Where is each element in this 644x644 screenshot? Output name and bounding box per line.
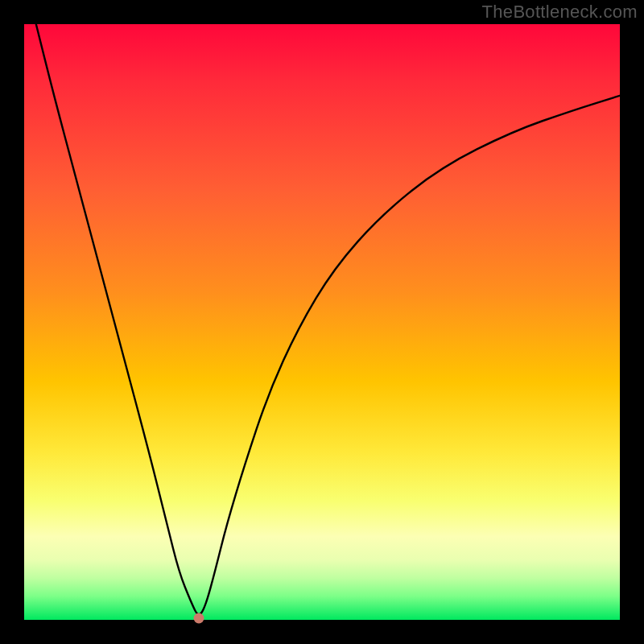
watermark-label: TheBottleneck.com [482,2,638,23]
chart-container: TheBottleneck.com [0,0,644,644]
gradient-background [24,24,620,620]
optimum-marker [193,613,204,623]
plot-area [24,24,620,620]
